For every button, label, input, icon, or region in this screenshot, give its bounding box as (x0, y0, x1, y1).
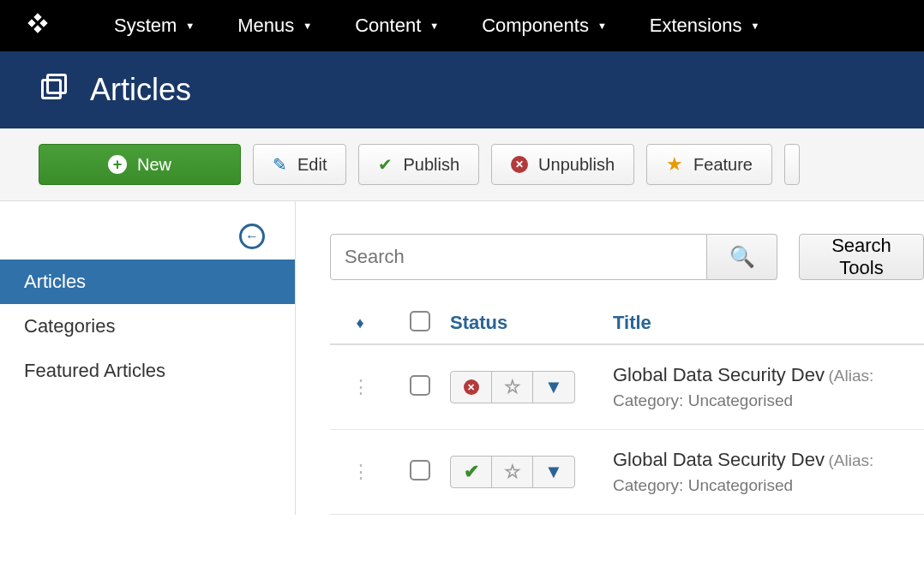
article-alias: (Alias: (828, 367, 873, 385)
table-header: ♦ Status Title (330, 302, 924, 345)
title-cell: Global Data Security Dev (Alias: Categor… (613, 364, 924, 410)
status-feature-button[interactable]: ☆ (492, 457, 533, 487)
status-button-group: ✔ ☆ ▼ (450, 456, 575, 488)
status-dropdown-button[interactable]: ▼ (533, 457, 574, 487)
star-icon: ★ (666, 153, 683, 176)
sidebar-item-featured[interactable]: Featured Articles (0, 349, 295, 393)
pencil-icon: ✎ (273, 154, 287, 175)
main-content: 🔍 Search Tools ♦ Status Title ⋮ ✕ ☆ ▼ (296, 201, 924, 515)
page-header: Articles (0, 51, 924, 128)
svg-rect-0 (48, 75, 66, 93)
table-row: ⋮ ✕ ☆ ▼ Global Data Security Dev (Alias:… (330, 345, 924, 430)
more-button[interactable] (784, 144, 800, 185)
status-dropdown-button[interactable]: ▼ (533, 372, 574, 403)
caret-down-icon: ▼ (185, 21, 195, 31)
new-button[interactable]: +New (39, 144, 241, 185)
plus-icon: + (108, 155, 127, 174)
x-circle-icon: ✕ (464, 379, 479, 395)
nav-menus[interactable]: Menus▼ (216, 0, 333, 51)
caret-down-icon: ▼ (544, 461, 563, 483)
article-title-link[interactable]: Global Data Security Dev (613, 364, 825, 385)
search-button[interactable]: 🔍 (707, 234, 777, 280)
sidebar: ← Articles Categories Featured Articles (0, 201, 296, 515)
status-unpublish-button[interactable]: ✕ (451, 372, 492, 403)
x-circle-icon: ✕ (511, 156, 528, 173)
status-feature-button[interactable]: ☆ (492, 372, 533, 403)
sort-icon: ♦ (356, 314, 363, 331)
joomla-logo-icon[interactable] (26, 11, 50, 41)
caret-down-icon: ▼ (597, 21, 607, 31)
article-category: Uncategorised (688, 476, 794, 494)
sidebar-item-categories[interactable]: Categories (0, 304, 295, 349)
column-select-all (390, 311, 450, 335)
arrow-left-circle-icon: ← (239, 224, 265, 249)
table-row: ⋮ ✔ ☆ ▼ Global Data Security Dev (Alias:… (330, 430, 924, 515)
publish-button[interactable]: ✔Publish (358, 144, 479, 185)
article-category: Uncategorised (688, 391, 794, 409)
articles-table: ♦ Status Title ⋮ ✕ ☆ ▼ Global Data Secur… (330, 302, 924, 515)
search-tools-button[interactable]: Search Tools (799, 234, 924, 280)
caret-down-icon: ▼ (544, 376, 563, 398)
nav-system[interactable]: System▼ (93, 0, 216, 51)
magnify-icon: 🔍 (729, 245, 755, 268)
search-input[interactable] (330, 234, 707, 280)
row-checkbox[interactable] (410, 460, 430, 480)
check-icon: ✔ (378, 154, 393, 175)
star-outline-icon: ☆ (504, 376, 521, 398)
unpublish-button[interactable]: ✕Unpublish (491, 144, 634, 185)
column-sort[interactable]: ♦ (330, 314, 390, 332)
status-publish-button[interactable]: ✔ (451, 457, 492, 487)
sidebar-collapse[interactable]: ← (0, 217, 295, 260)
sidebar-item-articles[interactable]: Articles (0, 260, 295, 304)
article-title-link[interactable]: Global Data Security Dev (613, 449, 825, 470)
stack-icon (39, 71, 69, 109)
nav-extensions[interactable]: Extensions▼ (628, 0, 782, 51)
status-button-group: ✕ ☆ ▼ (450, 371, 575, 403)
caret-down-icon: ▼ (429, 21, 439, 31)
caret-down-icon: ▼ (303, 21, 312, 31)
svg-rect-1 (43, 81, 61, 98)
row-checkbox[interactable] (410, 375, 430, 396)
edit-button[interactable]: ✎Edit (253, 144, 346, 185)
page-title: Articles (90, 72, 191, 108)
toolbar: +New ✎Edit ✔Publish ✕Unpublish ★Feature (0, 128, 924, 201)
search-bar: 🔍 Search Tools (330, 234, 924, 280)
star-outline-icon: ☆ (504, 461, 521, 483)
drag-handle[interactable]: ⋮ (330, 376, 390, 398)
drag-handle[interactable]: ⋮ (330, 461, 390, 483)
nav-content[interactable]: Content▼ (333, 0, 460, 51)
column-title[interactable]: Title (613, 312, 924, 334)
nav-components[interactable]: Components▼ (460, 0, 628, 51)
article-alias: (Alias: (828, 451, 873, 469)
check-icon: ✔ (464, 461, 479, 483)
checkbox-all[interactable] (410, 311, 430, 331)
caret-down-icon: ▼ (750, 21, 759, 31)
column-status[interactable]: Status (450, 312, 613, 334)
feature-button[interactable]: ★Feature (646, 144, 772, 185)
top-nav: System▼ Menus▼ Content▼ Components▼ Exte… (0, 0, 924, 51)
title-cell: Global Data Security Dev (Alias: Categor… (613, 449, 924, 495)
